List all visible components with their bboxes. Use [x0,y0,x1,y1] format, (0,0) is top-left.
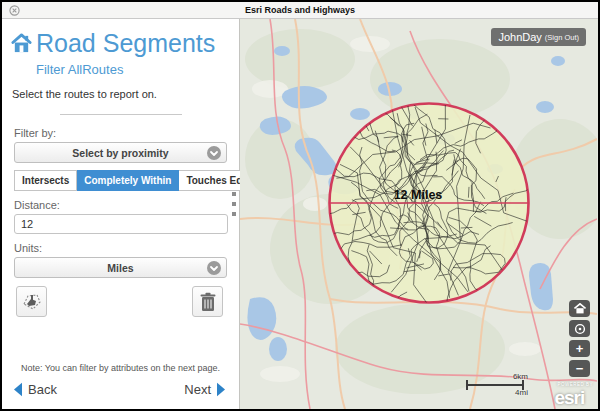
chevron-left-icon [12,382,23,397]
app-window: Esri Roads and Highways Road Segments Fi… [0,0,600,411]
back-button[interactable]: Back [12,382,57,397]
circle-radius-label: 12 Miles [394,188,443,202]
distance-input[interactable] [14,214,228,234]
zoom-out-button[interactable]: − [569,360,590,377]
back-label: Back [28,382,57,397]
selection-tools [16,286,223,317]
road-segments-icon [10,33,33,54]
spatial-relation-group: Intersects Completely Within Touches Edg… [14,170,227,191]
scale-km-label: 6km [513,372,528,381]
chevron-down-icon [207,261,221,275]
next-button[interactable]: Next [184,382,227,397]
map-controls: + − [569,300,590,377]
plus-icon: + [576,342,584,355]
esri-logo: POWERED BY esri [554,383,593,408]
page-title: Road Segments [36,29,215,58]
home-icon [574,303,586,314]
instruction-text: Select the routes to report on. [12,88,239,100]
proximity-select[interactable]: Select by proximity [14,142,227,163]
minus-icon: − [576,362,584,375]
basemap: 12 Miles [240,19,597,409]
scale-mi-label: 4mi [515,388,528,397]
filter-panel: Road Segments Filter AllRoutes Select th… [2,19,240,409]
completely-within-button[interactable]: Completely Within [77,170,179,191]
select-by-polygon-button[interactable] [16,286,47,317]
home-extent-button[interactable] [569,300,590,317]
username-label: JohnDay [498,31,541,43]
wizard-footer: Back Next [2,382,239,403]
units-select-value: Miles [107,262,133,274]
divider [60,114,182,115]
units-label: Units: [14,242,227,254]
locate-icon [574,323,586,335]
sign-out-button[interactable]: JohnDay (Sign Out) [491,28,586,46]
scale-bar: 6km 4mi [466,375,528,399]
window-title: Esri Roads and Highways [2,5,598,15]
locate-button[interactable] [569,320,590,337]
clear-selection-button[interactable] [192,286,223,317]
chevron-down-icon [207,146,221,160]
distance-label: Distance: [14,199,227,211]
intersects-button[interactable]: Intersects [14,170,77,191]
filter-by-label: Filter by: [14,127,227,139]
panel-resize-handle[interactable] [232,192,236,216]
proximity-select-value: Select by proximity [72,147,168,159]
zoom-in-button[interactable]: + [569,340,590,357]
trash-icon [199,292,217,312]
esri-brand-label: esri [554,387,584,408]
next-label: Next [184,382,211,397]
page-subtitle: Filter AllRoutes [36,62,239,77]
close-icon[interactable] [9,5,20,16]
chevron-right-icon [216,382,227,397]
units-select[interactable]: Miles [14,257,227,278]
map-canvas[interactable]: 12 Miles JohnDay (Sign Out) [240,19,598,409]
sign-out-label: (Sign Out) [545,33,579,42]
select-polygon-icon [21,292,42,312]
note-text: Note: You can filter by attributes on th… [8,363,233,373]
titlebar: Esri Roads and Highways [2,2,598,19]
